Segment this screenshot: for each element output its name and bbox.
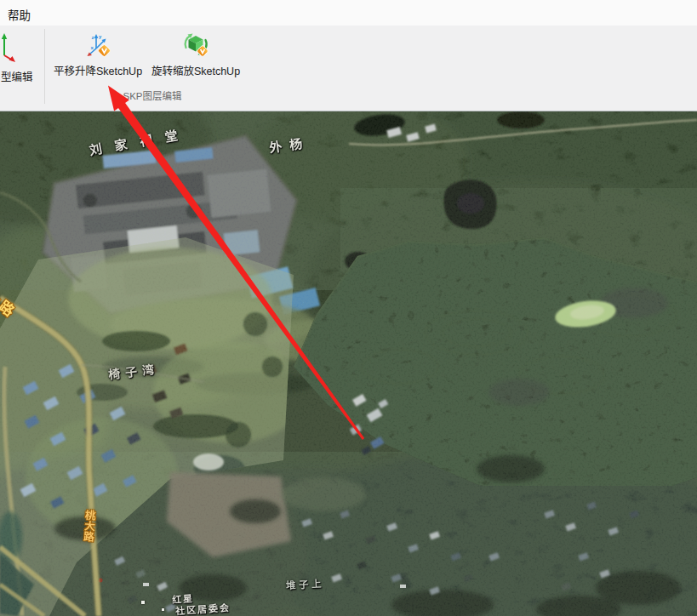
pan-elevate-sketchup-label: 平移升降SketchUp (54, 62, 142, 78)
map-label-duizishang: 堆子上 (286, 576, 325, 591)
satellite-scene (0, 111, 697, 616)
rotate-scale-sketchup-label: 旋转缩放SketchUp (151, 62, 240, 78)
map-viewport-3d[interactable]: 刘家祠堂 外杨 椅子湾 堆子上 红星 社区居委会 大路 桃大路 (0, 111, 697, 616)
map-label-hongxing-line2: 社区居委会 (175, 600, 231, 616)
pan-elevate-sketchup-button[interactable]: z y x 平移升降SketchUp (49, 31, 147, 87)
rotate-scale-sketchup-button[interactable]: 旋转缩放SketchUp (147, 31, 244, 87)
move-gizmo-sketchup-icon: z y x (85, 32, 111, 58)
menu-help[interactable]: 帮助 (8, 6, 31, 23)
application-window: 帮助 型编辑 (0, 0, 697, 616)
ribbon-toolbar: 型编辑 z y (0, 26, 697, 111)
model-edit-button[interactable]: 型编辑 (0, 31, 43, 106)
skp-layer-edit-group: z y x 平移升降SketchUp (45, 26, 260, 110)
svg-text:x: x (91, 45, 94, 50)
svg-text:z: z (92, 35, 94, 40)
map-poi-marker (141, 601, 145, 604)
skp-group-label: SKP图层编辑 (45, 88, 260, 102)
model-edit-label: 型编辑 (1, 68, 33, 84)
xyz-axis-icon (0, 32, 18, 63)
map-poi-marker (162, 608, 164, 611)
menu-bar: 帮助 (0, 0, 697, 26)
rotate-cube-sketchup-icon (183, 32, 209, 58)
svg-text:y: y (99, 34, 102, 39)
road-label-taodalu: 桃大路 (82, 510, 96, 542)
